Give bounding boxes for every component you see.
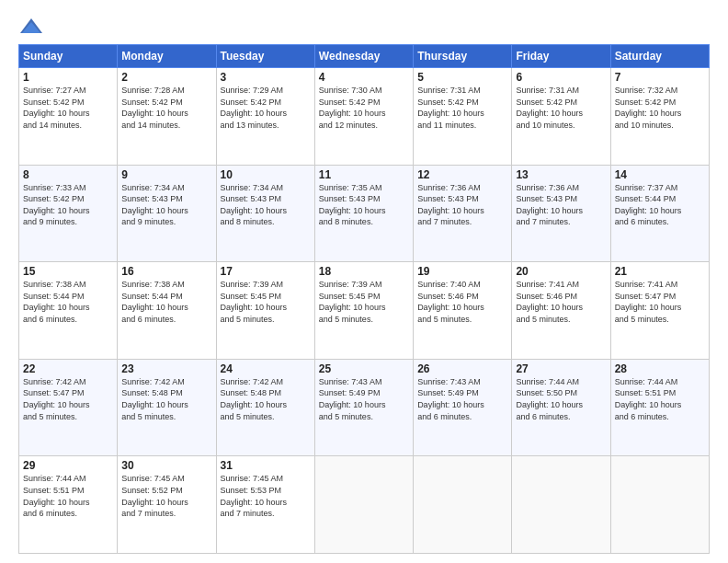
page: SundayMondayTuesdayWednesdayThursdayFrid… [0,0,728,563]
day-info: Sunrise: 7:43 AM Sunset: 5:49 PM Dayligh… [319,376,409,422]
day-number: 10 [221,168,311,181]
weekday-row: SundayMondayTuesdayWednesdayThursdayFrid… [19,45,710,68]
day-info: Sunrise: 7:44 AM Sunset: 5:50 PM Dayligh… [516,376,606,422]
week-row-4: 22Sunrise: 7:42 AM Sunset: 5:47 PM Dayli… [19,359,710,456]
calendar-cell: 18Sunrise: 7:39 AM Sunset: 5:45 PM Dayli… [314,262,413,360]
day-info: Sunrise: 7:44 AM Sunset: 5:51 PM Dayligh… [615,376,705,422]
calendar-cell: 29Sunrise: 7:44 AM Sunset: 5:51 PM Dayli… [19,456,118,554]
day-info: Sunrise: 7:30 AM Sunset: 5:42 PM Dayligh… [319,85,409,131]
calendar-cell: 16Sunrise: 7:38 AM Sunset: 5:44 PM Dayli… [118,262,216,360]
calendar-cell [414,456,512,554]
calendar-cell: 20Sunrise: 7:41 AM Sunset: 5:46 PM Dayli… [512,262,610,360]
day-info: Sunrise: 7:40 AM Sunset: 5:46 PM Dayligh… [417,279,507,325]
logo [18,17,46,37]
calendar-cell [512,456,610,554]
week-row-3: 15Sunrise: 7:38 AM Sunset: 5:44 PM Dayli… [19,262,710,360]
calendar-cell: 7Sunrise: 7:32 AM Sunset: 5:42 PM Daylig… [610,68,709,166]
day-info: Sunrise: 7:28 AM Sunset: 5:42 PM Dayligh… [121,85,211,131]
day-number: 15 [23,265,113,278]
calendar-cell: 2Sunrise: 7:28 AM Sunset: 5:42 PM Daylig… [118,68,216,166]
calendar-cell: 19Sunrise: 7:40 AM Sunset: 5:46 PM Dayli… [414,262,512,360]
day-number: 16 [121,265,211,278]
day-number: 7 [615,71,705,84]
calendar-cell: 25Sunrise: 7:43 AM Sunset: 5:49 PM Dayli… [314,359,413,456]
day-number: 20 [516,265,606,278]
calendar: SundayMondayTuesdayWednesdayThursdayFrid… [18,44,710,554]
calendar-cell: 24Sunrise: 7:42 AM Sunset: 5:48 PM Dayli… [216,359,314,456]
day-info: Sunrise: 7:39 AM Sunset: 5:45 PM Dayligh… [319,279,409,325]
day-number: 27 [516,362,606,375]
calendar-cell: 13Sunrise: 7:36 AM Sunset: 5:43 PM Dayli… [512,165,610,262]
day-number: 21 [615,265,705,278]
day-info: Sunrise: 7:42 AM Sunset: 5:48 PM Dayligh… [121,376,211,422]
day-info: Sunrise: 7:34 AM Sunset: 5:43 PM Dayligh… [121,182,211,228]
day-number: 19 [417,265,507,278]
day-info: Sunrise: 7:37 AM Sunset: 5:44 PM Dayligh… [615,182,705,228]
day-info: Sunrise: 7:29 AM Sunset: 5:42 PM Dayligh… [221,85,311,131]
calendar-cell: 6Sunrise: 7:31 AM Sunset: 5:42 PM Daylig… [512,68,610,166]
day-info: Sunrise: 7:38 AM Sunset: 5:44 PM Dayligh… [23,279,113,325]
week-row-2: 8Sunrise: 7:33 AM Sunset: 5:42 PM Daylig… [19,165,710,262]
calendar-cell: 14Sunrise: 7:37 AM Sunset: 5:44 PM Dayli… [610,165,709,262]
day-info: Sunrise: 7:31 AM Sunset: 5:42 PM Dayligh… [417,85,507,131]
day-info: Sunrise: 7:38 AM Sunset: 5:44 PM Dayligh… [121,279,211,325]
weekday-header-thursday: Thursday [414,45,512,68]
day-info: Sunrise: 7:41 AM Sunset: 5:47 PM Dayligh… [615,279,705,325]
day-info: Sunrise: 7:44 AM Sunset: 5:51 PM Dayligh… [23,473,113,519]
weekday-header-friday: Friday [512,45,610,68]
day-info: Sunrise: 7:41 AM Sunset: 5:46 PM Dayligh… [516,279,606,325]
calendar-cell: 8Sunrise: 7:33 AM Sunset: 5:42 PM Daylig… [19,165,118,262]
calendar-cell: 4Sunrise: 7:30 AM Sunset: 5:42 PM Daylig… [314,68,413,166]
day-info: Sunrise: 7:33 AM Sunset: 5:42 PM Dayligh… [23,182,113,228]
day-number: 17 [221,265,311,278]
day-info: Sunrise: 7:45 AM Sunset: 5:53 PM Dayligh… [221,473,311,519]
day-info: Sunrise: 7:34 AM Sunset: 5:43 PM Dayligh… [221,182,311,228]
day-number: 12 [417,168,507,181]
day-number: 30 [121,459,211,472]
week-row-1: 1Sunrise: 7:27 AM Sunset: 5:42 PM Daylig… [19,68,710,166]
day-number: 25 [319,362,409,375]
weekday-header-wednesday: Wednesday [314,45,413,68]
calendar-cell: 10Sunrise: 7:34 AM Sunset: 5:43 PM Dayli… [216,165,314,262]
calendar-cell: 17Sunrise: 7:39 AM Sunset: 5:45 PM Dayli… [216,262,314,360]
calendar-cell: 1Sunrise: 7:27 AM Sunset: 5:42 PM Daylig… [19,68,118,166]
calendar-body: 1Sunrise: 7:27 AM Sunset: 5:42 PM Daylig… [19,68,710,554]
day-number: 6 [516,71,606,84]
calendar-cell: 26Sunrise: 7:43 AM Sunset: 5:49 PM Dayli… [414,359,512,456]
week-row-5: 29Sunrise: 7:44 AM Sunset: 5:51 PM Dayli… [19,456,710,554]
day-number: 31 [221,459,311,472]
calendar-cell [610,456,709,554]
calendar-header: SundayMondayTuesdayWednesdayThursdayFrid… [19,45,710,68]
day-number: 18 [319,265,409,278]
day-info: Sunrise: 7:36 AM Sunset: 5:43 PM Dayligh… [417,182,507,228]
day-number: 2 [121,71,211,84]
day-number: 1 [23,71,113,84]
day-info: Sunrise: 7:45 AM Sunset: 5:52 PM Dayligh… [121,473,211,519]
day-info: Sunrise: 7:42 AM Sunset: 5:48 PM Dayligh… [221,376,311,422]
day-number: 22 [23,362,113,375]
day-number: 26 [417,362,507,375]
day-info: Sunrise: 7:27 AM Sunset: 5:42 PM Dayligh… [23,85,113,131]
day-info: Sunrise: 7:42 AM Sunset: 5:47 PM Dayligh… [23,376,113,422]
calendar-cell: 5Sunrise: 7:31 AM Sunset: 5:42 PM Daylig… [414,68,512,166]
calendar-cell: 9Sunrise: 7:34 AM Sunset: 5:43 PM Daylig… [118,165,216,262]
calendar-cell: 15Sunrise: 7:38 AM Sunset: 5:44 PM Dayli… [19,262,118,360]
weekday-header-monday: Monday [118,45,216,68]
day-number: 14 [615,168,705,181]
calendar-cell: 23Sunrise: 7:42 AM Sunset: 5:48 PM Dayli… [118,359,216,456]
calendar-cell: 3Sunrise: 7:29 AM Sunset: 5:42 PM Daylig… [216,68,314,166]
calendar-cell: 22Sunrise: 7:42 AM Sunset: 5:47 PM Dayli… [19,359,118,456]
weekday-header-tuesday: Tuesday [216,45,314,68]
weekday-header-saturday: Saturday [610,45,709,68]
calendar-cell: 30Sunrise: 7:45 AM Sunset: 5:52 PM Dayli… [118,456,216,554]
day-number: 4 [319,71,409,84]
calendar-cell: 11Sunrise: 7:35 AM Sunset: 5:43 PM Dayli… [314,165,413,262]
day-number: 13 [516,168,606,181]
day-number: 11 [319,168,409,181]
weekday-header-sunday: Sunday [19,45,118,68]
day-number: 23 [121,362,211,375]
day-number: 29 [23,459,113,472]
day-number: 8 [23,168,113,181]
calendar-cell: 27Sunrise: 7:44 AM Sunset: 5:50 PM Dayli… [512,359,610,456]
calendar-cell: 12Sunrise: 7:36 AM Sunset: 5:43 PM Dayli… [414,165,512,262]
